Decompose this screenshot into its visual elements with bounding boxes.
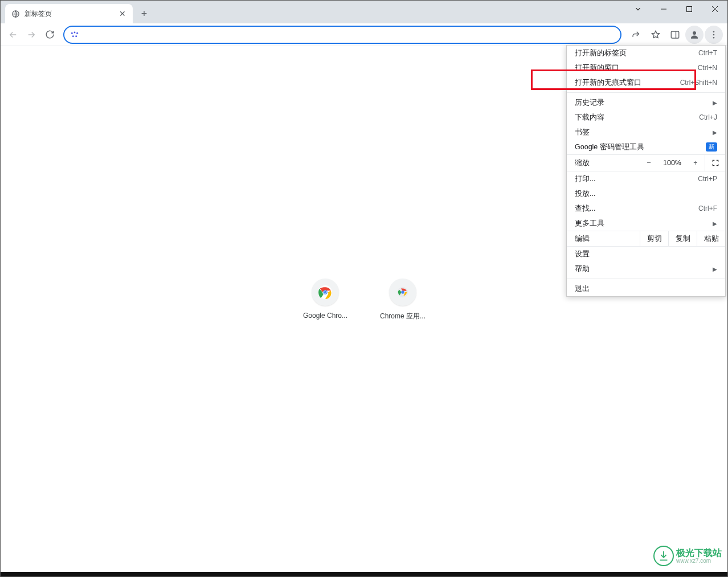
taskbar[interactable]	[1, 572, 727, 576]
menu-settings[interactable]: 设置	[567, 247, 725, 261]
close-button[interactable]	[702, 1, 727, 18]
menu-find[interactable]: 查找... Ctrl+F	[567, 201, 725, 216]
zoom-out-button[interactable]: −	[640, 159, 658, 167]
chevron-right-icon: ▶	[713, 100, 717, 106]
tabstrip: 新标签页 ✕ +	[1, 1, 727, 23]
shortcut-label: Google Chro...	[298, 312, 353, 320]
svg-point-14	[713, 34, 715, 35]
menu-new-tab[interactable]: 打开新的标签页 Ctrl+T	[567, 46, 725, 60]
globe-icon	[11, 9, 20, 18]
new-tab-button[interactable]: +	[136, 6, 152, 22]
menu-separator	[567, 279, 725, 279]
svg-point-6	[76, 32, 78, 34]
new-badge: 新	[706, 142, 717, 152]
menu-bookmarks[interactable]: 书签 ▶	[567, 125, 725, 140]
menu-incognito[interactable]: 打开新的无痕式窗口 Ctrl+Shift+N	[567, 75, 725, 90]
bookmark-star-icon[interactable]	[647, 26, 665, 44]
shortcut-label: Chrome 应用...	[375, 312, 430, 321]
profile-avatar-icon[interactable]	[685, 26, 704, 44]
svg-rect-10	[671, 31, 679, 38]
menu-zoom-row: 缩放 − 100% +	[567, 154, 725, 171]
menu-exit[interactable]: 退出	[567, 281, 725, 296]
chevron-right-icon: ▶	[713, 266, 717, 272]
sidepanel-icon[interactable]	[666, 26, 684, 44]
cut-button[interactable]: 剪切	[640, 231, 668, 246]
svg-point-8	[72, 35, 74, 37]
svg-rect-2	[686, 7, 692, 12]
shortcut-apps[interactable]: Chrome 应用...	[375, 279, 430, 321]
svg-point-7	[74, 31, 76, 33]
close-tab-icon[interactable]: ✕	[118, 9, 127, 18]
chrome-menu-button[interactable]	[705, 26, 723, 44]
shortcuts-row: Google Chro... Chrome 应用...	[298, 279, 430, 321]
copy-button[interactable]: 复制	[668, 231, 697, 246]
browser-tab[interactable]: 新标签页 ✕	[5, 4, 133, 23]
zoom-value: 100%	[658, 159, 686, 167]
menu-downloads[interactable]: 下载内容 Ctrl+J	[567, 110, 725, 125]
chrome-menu-dropdown: 打开新的标签页 Ctrl+T 打开新的窗口 Ctrl+N 打开新的无痕式窗口 C…	[566, 45, 726, 297]
zoom-in-button[interactable]: +	[686, 159, 705, 167]
menu-cast[interactable]: 投放...	[567, 186, 725, 201]
share-icon[interactable]	[627, 26, 645, 44]
reload-button[interactable]	[42, 27, 58, 43]
menu-help[interactable]: 帮助 ▶	[567, 261, 725, 276]
chrome-logo-icon	[312, 279, 339, 306]
svg-point-19	[324, 291, 326, 293]
minimize-button[interactable]	[651, 1, 676, 18]
svg-point-12	[693, 31, 696, 35]
chevron-right-icon: ▶	[713, 220, 717, 227]
svg-point-13	[713, 31, 715, 32]
paste-button[interactable]: 粘贴	[697, 231, 725, 246]
svg-point-21	[401, 290, 404, 294]
chevron-right-icon: ▶	[713, 129, 717, 136]
toolbar-actions	[627, 26, 723, 44]
toolbar	[1, 23, 727, 46]
apps-icon	[389, 279, 416, 306]
watermark: 极光下载站 www.xz7.com	[653, 546, 722, 566]
menu-history[interactable]: 历史记录 ▶	[567, 95, 725, 110]
search-engine-icon	[70, 30, 79, 39]
back-button[interactable]	[5, 27, 21, 43]
shortcut-chrome[interactable]: Google Chro...	[298, 279, 353, 321]
menu-passwords[interactable]: Google 密码管理工具 新	[567, 140, 725, 154]
tab-search-icon[interactable]	[625, 1, 651, 18]
menu-print[interactable]: 打印... Ctrl+P	[567, 171, 725, 186]
tab-title: 新标签页	[24, 9, 113, 19]
menu-more-tools[interactable]: 更多工具 ▶	[567, 216, 725, 231]
fullscreen-icon[interactable]	[705, 155, 725, 171]
window-controls	[625, 1, 727, 18]
menu-edit-row: 编辑 剪切 复制 粘贴	[567, 231, 725, 247]
svg-point-9	[75, 35, 77, 37]
svg-point-15	[713, 36, 715, 38]
forward-button[interactable]	[23, 27, 39, 43]
svg-point-5	[71, 32, 73, 34]
watermark-logo-icon	[653, 546, 674, 566]
menu-new-window[interactable]: 打开新的窗口 Ctrl+N	[567, 60, 725, 75]
maximize-button[interactable]	[676, 1, 702, 18]
address-bar[interactable]	[63, 26, 621, 44]
menu-separator	[567, 92, 725, 93]
